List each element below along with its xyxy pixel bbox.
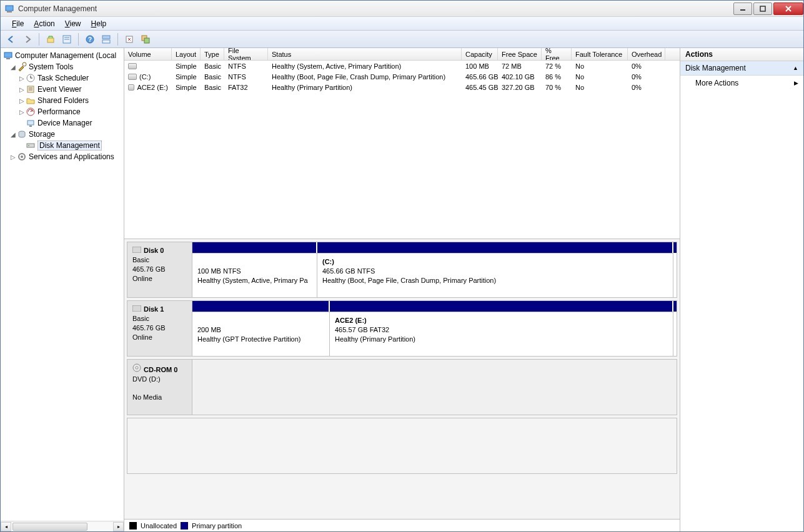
- menu-help[interactable]: Help: [86, 18, 112, 29]
- back-button[interactable]: [4, 32, 18, 46]
- app-icon: [4, 4, 14, 14]
- col-type[interactable]: Type: [201, 48, 224, 60]
- tree-device-manager[interactable]: Device Manager: [1, 117, 124, 129]
- tree-panel: Computer Management (Local ◢ System Tool…: [1, 48, 124, 531]
- clock-icon: [26, 73, 36, 83]
- tools-icon: [17, 62, 27, 72]
- tree-event-viewer[interactable]: ▷ Event Viewer: [1, 84, 124, 95]
- svg-rect-12: [102, 36, 110, 39]
- view-top-button[interactable]: [99, 32, 113, 46]
- tree-services[interactable]: ▷ Services and Applications: [1, 151, 124, 162]
- col-pctfree[interactable]: % Free: [542, 48, 572, 60]
- scroll-right-button[interactable]: ▸: [113, 522, 124, 531]
- actions-more[interactable]: More Actions ▶: [680, 76, 803, 91]
- svg-rect-29: [29, 126, 32, 127]
- titlebar[interactable]: Computer Management: [1, 1, 803, 17]
- minimize-button[interactable]: [733, 2, 752, 15]
- menu-file[interactable]: File: [7, 18, 29, 29]
- disk-partitions: 100 MB NTFSHealthy (System, Active, Prim…: [192, 242, 677, 297]
- services-icon: [17, 152, 27, 162]
- partition[interactable]: (C:)465.66 GB NTFSHealthy (Boot, Page Fi…: [317, 253, 673, 297]
- expand-icon[interactable]: ▷: [18, 109, 26, 116]
- col-layout[interactable]: Layout: [172, 48, 201, 60]
- volume-cell: 100 MB: [462, 61, 498, 71]
- volume-cell: Healthy (System, Active, Primary Partiti…: [268, 61, 462, 71]
- disk-partitions: 200 MBHealthy (GPT Protective Partition)…: [192, 301, 677, 356]
- volume-row[interactable]: ACE2 (E:)SimpleBasicFAT32Healthy (Primar…: [124, 82, 680, 92]
- volume-cell: No: [572, 82, 628, 92]
- col-capacity[interactable]: Capacity: [462, 48, 498, 60]
- volume-cell: 0%: [628, 61, 665, 71]
- help-button[interactable]: ?: [83, 32, 97, 46]
- partition[interactable]: ACE2 (E:)465.57 GB FAT32Healthy (Primary…: [330, 312, 673, 356]
- tree-shared-folders[interactable]: ▷ Shared Folders: [1, 95, 124, 106]
- scroll-left-button[interactable]: ◂: [1, 522, 11, 531]
- tree-task-scheduler[interactable]: ▷ Task Scheduler: [1, 72, 124, 84]
- event-icon: [26, 84, 36, 94]
- tree-storage[interactable]: ◢ Storage: [1, 129, 124, 140]
- volume-cell: 86 %: [542, 71, 572, 82]
- tree-system-tools[interactable]: ◢ System Tools: [1, 61, 124, 72]
- svg-rect-17: [4, 52, 12, 57]
- forward-button[interactable]: [21, 32, 34, 46]
- tree-root[interactable]: Computer Management (Local: [1, 50, 124, 61]
- volume-cell: 70 %: [542, 82, 572, 92]
- disk-row: Disk 1Basic465.76 GBOnline200 MBHealthy …: [127, 300, 677, 357]
- svg-point-32: [28, 145, 29, 146]
- menubar: File Action View Help: [1, 17, 803, 31]
- window-title: Computer Management: [18, 4, 732, 13]
- expand-icon[interactable]: ▷: [9, 154, 17, 160]
- expand-icon[interactable]: ▷: [18, 75, 26, 82]
- col-overhead[interactable]: Overhead: [628, 48, 665, 60]
- legend-unallocated-label: Unallocated: [141, 522, 177, 530]
- settings-button[interactable]: [139, 32, 152, 46]
- tree-hscrollbar[interactable]: ◂ ▸: [1, 521, 124, 531]
- svg-rect-13: [102, 40, 110, 43]
- volume-row[interactable]: SimpleBasicNTFSHealthy (System, Active, …: [124, 61, 680, 71]
- properties-button[interactable]: [60, 32, 74, 46]
- up-button[interactable]: [44, 32, 57, 46]
- col-volume[interactable]: Volume: [124, 48, 172, 60]
- scroll-thumb[interactable]: [12, 523, 87, 531]
- legend-unallocated-swatch: [129, 522, 137, 530]
- disk-info[interactable]: Disk 1Basic465.76 GBOnline: [127, 301, 192, 356]
- volume-cell: FAT32: [224, 82, 268, 92]
- disk-colorbar: [192, 242, 677, 253]
- disk-info[interactable]: Disk 0Basic465.76 GBOnline: [127, 242, 192, 297]
- collapse-icon[interactable]: ◢: [9, 64, 17, 71]
- disk-icon: [132, 305, 141, 314]
- volume-cell: ACE2 (E:): [124, 82, 172, 92]
- volume-row[interactable]: (C:)SimpleBasicNTFSHealthy (Boot, Page F…: [124, 71, 680, 82]
- expand-icon[interactable]: ▷: [18, 97, 26, 104]
- expand-icon[interactable]: ▷: [18, 86, 26, 93]
- collapse-icon[interactable]: ◢: [9, 131, 17, 138]
- svg-rect-31: [27, 144, 34, 147]
- volume-cell: No: [572, 61, 628, 71]
- col-filesystem[interactable]: File System: [224, 48, 268, 60]
- col-fault[interactable]: Fault Tolerance: [572, 48, 628, 60]
- folder-icon: [26, 96, 36, 106]
- maximize-button[interactable]: [753, 2, 772, 15]
- svg-rect-16: [144, 38, 149, 43]
- svg-rect-36: [132, 305, 141, 312]
- menu-action[interactable]: Action: [29, 18, 59, 29]
- tree-performance[interactable]: ▷ Performance: [1, 106, 124, 117]
- partition[interactable]: 200 MBHealthy (GPT Protective Partition): [192, 312, 330, 356]
- tree-disk-management[interactable]: Disk Management: [1, 140, 124, 151]
- volume-cell: Simple: [172, 71, 201, 82]
- center-panel: Volume Layout Type File System Status Ca…: [124, 48, 680, 531]
- refresh-button[interactable]: [122, 32, 136, 46]
- window: Computer Management File Action View Hel…: [0, 0, 804, 532]
- disk-info[interactable]: CD-ROM 0DVD (D:)No Media: [127, 360, 192, 415]
- disk-partitions: [192, 360, 677, 415]
- legend: Unallocated Primary partition: [124, 519, 680, 531]
- menu-view[interactable]: View: [60, 18, 86, 29]
- actions-section[interactable]: Disk Management ▲: [680, 61, 803, 76]
- partition[interactable]: 100 MB NTFSHealthy (System, Active, Prim…: [192, 253, 317, 297]
- volume-cell: [124, 61, 172, 71]
- col-status[interactable]: Status: [268, 48, 462, 60]
- collapse-icon: ▲: [793, 65, 798, 71]
- col-freespace[interactable]: Free Space: [498, 48, 542, 60]
- close-button[interactable]: [773, 2, 803, 15]
- disk-colorbar: [192, 301, 677, 312]
